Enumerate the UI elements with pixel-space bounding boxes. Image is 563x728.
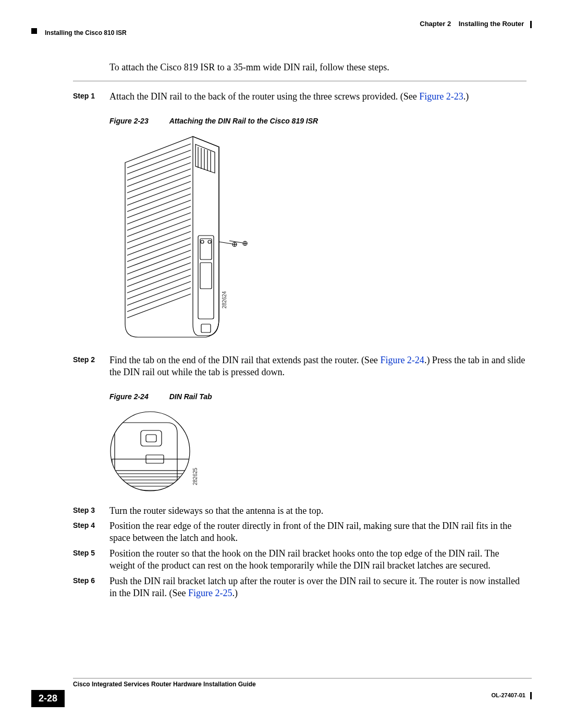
step-text: Find the tab on the end of the DIN rail … [109, 354, 527, 379]
figure-link[interactable]: Figure 2-24 [380, 355, 424, 365]
svg-line-15 [127, 206, 191, 230]
step-text: Push the DIN rail bracket latch up after… [109, 575, 527, 600]
header-bullet-icon [31, 28, 37, 34]
step-text-after: .) [463, 91, 469, 102]
step-text: Position the rear edge of the router dir… [109, 520, 527, 545]
page: Chapter 2 Installing the Router Installi… [0, 0, 563, 728]
svg-line-7 [127, 156, 191, 180]
svg-line-17 [127, 219, 191, 243]
step-label: Step 3 [73, 505, 109, 514]
step-text: Turn the router sideways so that the ant… [109, 505, 527, 517]
figure-link[interactable]: Figure 2-25 [188, 588, 232, 598]
step-row: Step 6 Push the DIN rail bracket latch u… [73, 575, 527, 600]
svg-line-21 [127, 244, 191, 268]
footer-doc-id: OL-27407-01 [492, 692, 532, 699]
svg-rect-35 [201, 324, 211, 332]
svg-rect-47 [146, 435, 156, 442]
svg-line-8 [127, 163, 191, 187]
step-text: Attach the DIN rail to the back of the r… [109, 91, 527, 103]
step-label: Step 6 [73, 575, 109, 585]
svg-point-33 [201, 240, 204, 243]
svg-line-28 [127, 288, 191, 312]
figure-number: Figure 2-23 [109, 117, 149, 125]
svg-point-45 [111, 412, 190, 491]
footer-bar-icon [530, 692, 532, 699]
svg-line-25 [127, 269, 191, 293]
svg-line-22 [127, 250, 191, 274]
svg-point-34 [208, 240, 211, 243]
step-label: Step 4 [73, 520, 109, 529]
header-rule-icon [530, 21, 532, 28]
svg-rect-46 [141, 430, 162, 446]
figure-image-id: 282625 [192, 467, 198, 485]
page-header: Chapter 2 Installing the Router Installi… [31, 20, 532, 36]
figure-2-24: 282625 [109, 407, 532, 498]
doc-id-text: OL-27407-01 [492, 692, 525, 698]
figure-caption: Figure 2-24 DIN Rail Tab [109, 392, 532, 401]
svg-line-29 [127, 294, 191, 318]
svg-line-10 [127, 175, 191, 199]
step-label: Step 5 [73, 548, 109, 557]
svg-line-23 [127, 256, 191, 280]
step-label: Step 2 [73, 354, 109, 364]
figure-number: Figure 2-24 [109, 392, 149, 401]
step-row: Step 2 Find the tab on the end of the DI… [73, 354, 527, 379]
intro-paragraph: To attach the Cisco 819 ISR to a 35-mm w… [109, 61, 527, 73]
svg-line-36 [219, 242, 232, 244]
svg-line-13 [127, 194, 191, 218]
page-number: 2-28 [31, 690, 65, 707]
svg-line-18 [127, 225, 191, 249]
svg-line-6 [127, 150, 191, 174]
figure-image-id: 282624 [222, 291, 227, 309]
svg-line-16 [127, 213, 191, 237]
svg-line-20 [127, 238, 191, 262]
step-text-before: Attach the DIN rail to the back of the r… [109, 91, 419, 102]
chapter-label: Chapter 2 [420, 20, 451, 28]
figure-2-23: 282624 [109, 131, 532, 347]
svg-line-11 [127, 181, 191, 205]
svg-line-9 [127, 169, 191, 193]
figure-title: DIN Rail Tab [169, 392, 212, 401]
figure-title: Attaching the DIN Rail to the Cisco 819 … [169, 117, 319, 125]
svg-line-12 [127, 188, 191, 212]
section-title: Installing the Cisco 810 ISR [45, 29, 127, 36]
step-row: Step 3 Turn the router sideways so that … [73, 505, 527, 517]
svg-line-27 [127, 281, 191, 305]
divider [73, 81, 527, 81]
router-illustration-icon: 282624 [109, 131, 250, 345]
step-text-before: Find the tab on the end of the DIN rail … [109, 355, 380, 365]
chapter-title: Installing the Router [459, 20, 524, 28]
svg-line-24 [127, 263, 191, 287]
page-footer: Cisco Integrated Services Router Hardwar… [31, 678, 532, 707]
svg-rect-48 [112, 459, 190, 471]
svg-line-26 [127, 275, 191, 299]
svg-line-5 [127, 144, 191, 168]
step-row: Step 4 Position the rear edge of the rou… [73, 520, 527, 545]
header-right: Chapter 2 Installing the Router [420, 20, 532, 28]
svg-line-19 [127, 231, 191, 255]
footer-rule [73, 678, 532, 678]
svg-line-14 [127, 200, 191, 224]
step-label: Step 1 [73, 91, 109, 100]
figure-caption: Figure 2-23 Attaching the DIN Rail to th… [109, 117, 532, 125]
din-rail-tab-illustration-icon: 282625 [109, 407, 198, 496]
svg-rect-32 [200, 263, 212, 289]
figure-link[interactable]: Figure 2-23 [419, 91, 463, 102]
step-text-after: .) [232, 588, 238, 598]
step-text-before: Push the DIN rail bracket latch up after… [109, 576, 520, 598]
step-text: Position the router so that the hook on … [109, 548, 527, 572]
content-body: To attach the Cisco 819 ISR to a 35-mm w… [31, 61, 532, 599]
footer-guide-title: Cisco Integrated Services Router Hardwar… [73, 681, 256, 688]
step-row: Step 1 Attach the DIN rail to the back o… [73, 91, 527, 103]
svg-rect-31 [200, 239, 212, 260]
step-row: Step 5 Position the router so that the h… [73, 548, 527, 572]
